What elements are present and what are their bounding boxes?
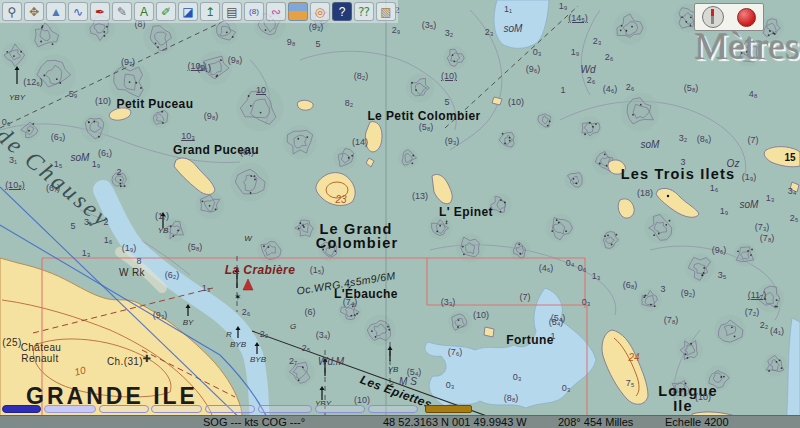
position-marker-icon[interactable]: [737, 8, 756, 27]
bearing-range-readout: 208° 454 Milles: [558, 416, 633, 428]
ruler-tool-icon[interactable]: ✎: [112, 2, 132, 21]
status-bar: SOG --- kts COG ---° 48 52.3163 N 001 49…: [0, 415, 800, 428]
help-book-icon[interactable]: ?: [332, 2, 352, 21]
progress-segment: [2, 405, 41, 413]
sog-cog-readout: SOG --- kts COG ---°: [203, 416, 305, 428]
compass-panel: [694, 3, 764, 31]
red-pen-tool-icon[interactable]: ✒: [90, 2, 110, 21]
chart-catalog-icon[interactable]: ▧: [376, 2, 396, 21]
progress-segment: [99, 405, 149, 413]
green-pen-tool-icon[interactable]: ✐: [156, 2, 176, 21]
progress-segment: [368, 405, 418, 413]
gauge-bar: [425, 405, 472, 413]
raise-tool-icon[interactable]: ↥: [200, 2, 220, 21]
track-icon[interactable]: ∾: [266, 2, 286, 21]
nautical-chart-canvas[interactable]: ✶: [0, 0, 800, 428]
image-icon[interactable]: [288, 2, 308, 21]
fill-water-tool-icon[interactable]: ◪: [178, 2, 198, 21]
toolbar: ⚲✥▲∿✒✎A✐◪↥▤(8)∾◎?⁇▧: [0, 0, 398, 23]
progress-segment: [258, 405, 312, 413]
progress-segment: [205, 405, 255, 413]
progress-segment: [151, 405, 202, 413]
polyline-tool-icon[interactable]: ∿: [68, 2, 88, 21]
triangle-tool-icon[interactable]: ▲: [46, 2, 66, 21]
print-icon[interactable]: ▤: [222, 2, 242, 21]
compass-icon[interactable]: [702, 6, 724, 28]
scale-readout: Echelle 4200: [665, 416, 729, 428]
progress-segment: [315, 405, 365, 413]
chart-plotter-window: ✶ Petit PuceauGrand PuceauLe Petit Colom…: [0, 0, 800, 428]
pan-tool-icon[interactable]: ✥: [24, 2, 44, 21]
text-tool-icon[interactable]: A: [134, 2, 154, 21]
zoom-tool-icon[interactable]: ⚲: [2, 2, 22, 21]
position-readout: 48 52.3163 N 001 49.9943 W: [383, 416, 527, 428]
progress-row: [0, 404, 800, 415]
depth-display-icon[interactable]: (8): [244, 2, 264, 21]
svg-text:✶: ✶: [234, 292, 242, 302]
query-icon[interactable]: ⁇: [354, 2, 374, 21]
lifebuoy-icon[interactable]: ◎: [310, 2, 330, 21]
progress-segment: [44, 405, 96, 413]
